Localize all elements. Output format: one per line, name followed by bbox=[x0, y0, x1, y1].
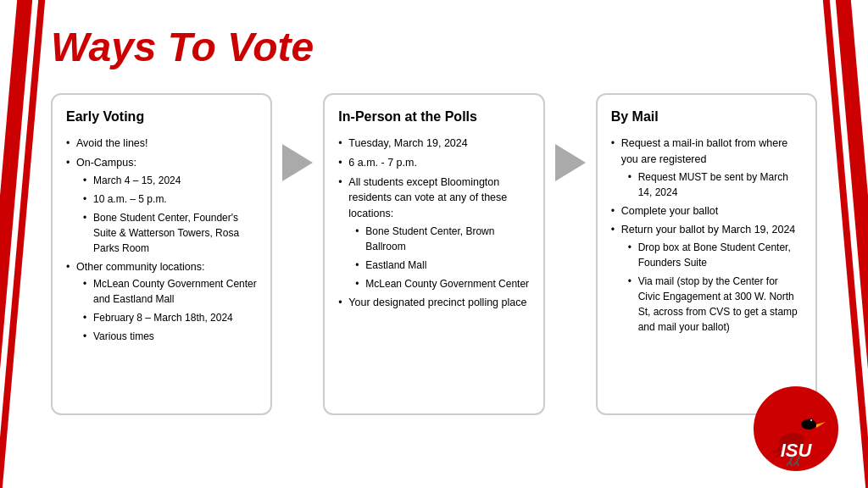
list-item: McLean County Government Center bbox=[355, 276, 529, 291]
early-voting-title: Early Voting bbox=[66, 107, 257, 127]
list-item: Return your ballot by March 19, 2024 Dro… bbox=[611, 222, 802, 335]
list-item: Avoid the lines! bbox=[66, 136, 257, 152]
list-item: Complete your ballot bbox=[611, 203, 802, 219]
svg-line-15 bbox=[797, 462, 798, 466]
page-title: Ways To Vote bbox=[51, 24, 314, 70]
arrow2-container bbox=[545, 93, 596, 181]
svg-point-5 bbox=[808, 419, 813, 424]
list-item: Your designated precinct polling place bbox=[338, 295, 529, 311]
list-item: Request MUST be sent by March 14, 2024 bbox=[628, 169, 802, 200]
list-item: Various times bbox=[83, 329, 257, 344]
list-item: All students except Bloomington resident… bbox=[338, 175, 529, 291]
list-item: Drop box at Bone Student Center, Founder… bbox=[628, 240, 802, 270]
list-item: Bone Student Center, Brown Ballroom bbox=[355, 224, 529, 254]
list-item: 10 a.m. – 5 p.m. bbox=[83, 191, 257, 207]
isu-label: ISU bbox=[781, 440, 812, 462]
inperson-voting-list: Tuesday, March 19, 2024 6 a.m. - 7 p.m. … bbox=[338, 136, 529, 311]
list-item: 6 a.m. - 7 p.m. bbox=[338, 155, 529, 171]
list-item: Eastland Mall bbox=[355, 258, 529, 273]
svg-marker-7 bbox=[816, 422, 826, 428]
isu-circle: ISU bbox=[754, 386, 838, 471]
list-item: Request a mail-in ballot from where you … bbox=[611, 136, 802, 200]
arrow2-icon bbox=[555, 144, 586, 181]
svg-point-6 bbox=[810, 419, 812, 421]
early-voting-list: Avoid the lines! On-Campus: March 4 – 15… bbox=[66, 136, 257, 344]
list-item: Via mail (stop by the Center for Civic E… bbox=[628, 274, 802, 335]
early-voting-card: Early Voting Avoid the lines! On-Campus:… bbox=[51, 93, 272, 415]
svg-line-12 bbox=[790, 462, 792, 466]
arrow1-icon bbox=[282, 144, 313, 181]
list-item: February 8 – March 18th, 2024 bbox=[83, 310, 257, 325]
list-item: Tuesday, March 19, 2024 bbox=[338, 136, 529, 152]
list-item: March 4 – 15, 2024 bbox=[83, 173, 257, 188]
inperson-voting-title: In-Person at the Polls bbox=[338, 107, 529, 127]
list-item: On-Campus: March 4 – 15, 2024 10 a.m. – … bbox=[66, 155, 257, 256]
list-item: McLean County Government Center and East… bbox=[83, 276, 257, 307]
bymail-voting-title: By Mail bbox=[611, 107, 802, 127]
mascot-container: ISU bbox=[754, 386, 847, 480]
bymail-voting-list: Request a mail-in ballot from where you … bbox=[611, 136, 802, 335]
bymail-voting-card: By Mail Request a mail-in ballot from wh… bbox=[596, 93, 817, 415]
arrow1-container bbox=[272, 93, 323, 181]
list-item: Other community locations: McLean County… bbox=[66, 259, 257, 345]
list-item: Bone Student Center, Founder's Suite & W… bbox=[83, 210, 257, 256]
inperson-voting-card: In-Person at the Polls Tuesday, March 19… bbox=[323, 93, 544, 415]
cards-container: Early Voting Avoid the lines! On-Campus:… bbox=[51, 93, 817, 415]
